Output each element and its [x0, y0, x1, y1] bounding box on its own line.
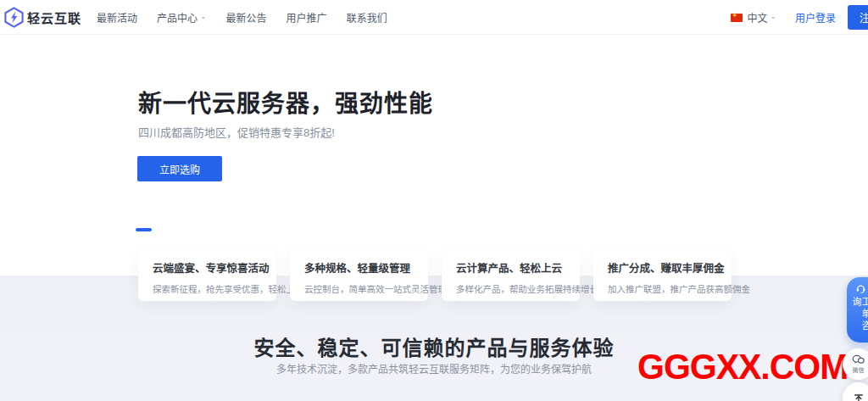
register-button[interactable]: 注册	[848, 5, 868, 30]
hexagon-logo-icon	[3, 7, 25, 28]
ticket-support-button[interactable]: 工单咨询	[847, 277, 868, 343]
chevron-down-icon: ⌄	[770, 13, 776, 20]
back-to-top-icon	[853, 393, 865, 401]
main-nav: 最新活动 产品中心 ⌄ 最新公告 用户推广 联系我们	[97, 10, 387, 25]
card-title: 推广分成、赚取丰厚佣金	[608, 259, 732, 276]
feature-card-cloud[interactable]: 云计算产品、轻松上云 多样化产品，帮助业务拓展持续增长	[442, 248, 580, 301]
buy-now-button[interactable]: 立即选购	[137, 156, 222, 181]
card-desc: 探索新征程，抢先享受优惠，轻松上云	[153, 282, 276, 295]
carousel-indicator[interactable]	[136, 228, 152, 231]
brand-logo[interactable]: 轻云互联	[3, 7, 81, 28]
wechat-icon	[852, 354, 865, 365]
china-flag-icon: ★	[731, 14, 743, 22]
nav-item-activities[interactable]: 最新活动	[97, 10, 137, 25]
card-title: 云端盛宴、专享惊喜活动	[153, 259, 276, 276]
chevron-down-icon: ⌄	[200, 13, 207, 20]
card-desc: 云控制台，简单高效一站式灵活管理	[304, 282, 428, 295]
feature-cards: 云端盛宴、专享惊喜活动 探索新征程，抢先享受优惠，轻松上云 多种规格、轻量级管理…	[138, 248, 732, 301]
brand-name: 轻云互联	[27, 8, 81, 26]
nav-item-announcements[interactable]: 最新公告	[226, 10, 267, 25]
card-desc: 加入推广联盟，推广产品获高额佣金	[608, 282, 732, 295]
feature-card-activity[interactable]: 云端盛宴、专享惊喜活动 探索新征程，抢先享受优惠，轻松上云	[138, 248, 276, 301]
hero-subtitle: 四川成都高防地区，促销特惠专享8折起!	[138, 124, 335, 140]
wechat-label: 微信	[853, 365, 865, 374]
card-title: 云计算产品、轻松上云	[456, 259, 580, 276]
login-link[interactable]: 用户登录	[795, 10, 836, 25]
top-navbar: 轻云互联 最新活动 产品中心 ⌄ 最新公告 用户推广 联系我们 ★	[0, 0, 868, 35]
page: 轻云互联 最新活动 产品中心 ⌄ 最新公告 用户推广 联系我们 ★	[0, 0, 868, 401]
feature-card-commission[interactable]: 推广分成、赚取丰厚佣金 加入推广联盟，推广产品获高额佣金	[593, 248, 732, 301]
nav-item-products[interactable]: 产品中心 ⌄	[157, 10, 207, 25]
watermark-text: GGGXX.COM	[637, 346, 849, 387]
language-selector[interactable]: 中文 ⌄	[747, 10, 776, 25]
header-right: ★ 中文 ⌄ 用户登录 注册	[731, 0, 868, 35]
wechat-button[interactable]: 微信	[843, 348, 868, 380]
nav-item-contact[interactable]: 联系我们	[347, 10, 387, 25]
headset-icon	[855, 283, 866, 294]
ticket-support-label: 工单咨询	[851, 297, 868, 343]
feature-card-specs[interactable]: 多种规格、轻量级管理 云控制台，简单高效一站式灵活管理	[290, 248, 428, 301]
card-title: 多种规格、轻量级管理	[304, 259, 428, 276]
nav-item-referral[interactable]: 用户推广	[287, 10, 327, 25]
card-desc: 多样化产品，帮助业务拓展持续增长	[456, 282, 580, 295]
hero-title: 新一代云服务器，强劲性能	[138, 85, 433, 119]
